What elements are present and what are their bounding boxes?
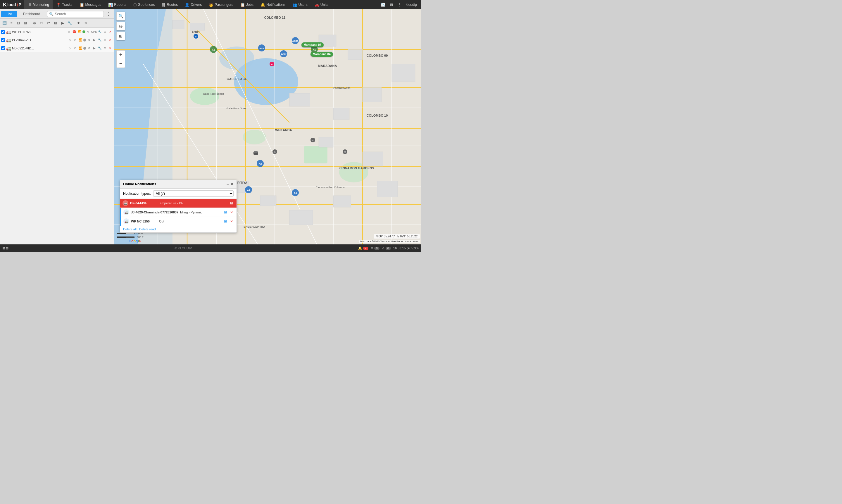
notif-expand-button[interactable]: ⊞ [223,210,228,215]
notif-truck-icon: 🚛 [123,200,128,206]
remove-icon[interactable]: ✕ [83,20,89,26]
status-notification-badge[interactable]: 🔔 7 [358,247,369,250]
unit-checkbox[interactable] [1,30,5,34]
message-icon: ✉ [371,247,373,250]
rhombus-icon[interactable]: ◇ [68,38,72,41]
more-icon[interactable]: ⊙ [103,38,107,41]
nav-item-tracks[interactable]: 📍 Tracks [53,0,76,10]
nav-more-icon[interactable]: ⋮ [396,1,403,8]
grid-view-icon[interactable]: ⊞ [52,20,59,26]
nav-chart-icon[interactable]: 📉 [379,1,387,8]
delete-icon[interactable]: ✕ [108,47,112,50]
unit-row[interactable]: 🚛 PE-9042-VID... ◇ ⊘ 📶 ↺ ▶ 🔧 ⊙ ✕ [0,36,114,44]
notif-item-normal[interactable]: 🚛 WP NC 8250 Out ⊞ ✕ [120,217,236,226]
search-input[interactable] [55,12,102,16]
delete-icon[interactable]: ✕ [108,38,112,41]
more-options-button[interactable]: ⋮ [104,11,112,17]
search-icon: 🔍 [49,12,54,16]
wrench-icon[interactable]: 🔧 [97,30,102,33]
nav-item-units[interactable]: 🚗 Units [311,0,332,10]
notif-close-item-button[interactable]: ✕ [229,210,234,215]
status-time: 16:53:15 (+05:30) [393,247,419,250]
nav-item-messages[interactable]: 📋 Messages [76,0,105,10]
nav-item-routes[interactable]: 🛤 Routes [158,0,181,10]
nav-label-monitoring: Monitoring [33,3,49,7]
marker-label-maradana04: Maradana 04 [313,53,331,56]
status-alert-badge[interactable]: ⚠ 0 [382,247,391,250]
stop-icon[interactable]: ⊘ [73,38,77,41]
nav-item-jobs[interactable]: 📋 Jobs [237,0,257,10]
unit-row[interactable]: 🚛 ND-3921-VID... ◇ ⊘ 📶 ↺ ▶ 🔧 ⊙ ✕ [0,44,114,52]
wrench-icon[interactable]: 🔧 [97,38,102,41]
status-panel-toggle[interactable]: ⊞ ⊟ [2,247,8,250]
play-icon[interactable]: ▶ [59,20,66,26]
route-icon[interactable]: ↺ [38,20,45,26]
notif-item-alert[interactable]: 🚛 BF-04-FI34 Temperature - BF ⊞ [120,199,236,208]
nav-item-drivers[interactable]: 👤 Drivers [181,0,205,10]
repeat-icon[interactable]: ↺ [86,30,91,33]
notif-close-button[interactable]: ✕ [230,182,234,186]
layers-button[interactable]: ⊞ [117,32,125,40]
notif-item-normal[interactable]: 🚛 JJ-4629-Chaminda-0772626837 Idling - P… [120,208,236,217]
filter-icon[interactable]: ⊟ [15,20,22,26]
svg-rect-44 [333,196,351,207]
nav-username[interactable]: kloudip [404,3,419,7]
nav-item-users[interactable]: 👥 Users [289,0,311,10]
arrange-icon[interactable]: ⊞ [22,20,29,26]
sort-list-icon[interactable]: ≡ [8,20,15,26]
nav-item-notifications[interactable]: 🔔 Notifications [257,0,289,10]
tab-dashboard[interactable]: Dashboard [18,11,46,17]
notif-close-item-button[interactable]: ✕ [229,219,234,224]
tab-list[interactable]: List [1,11,17,17]
nav-item-geofences[interactable]: ⬡ Geofences [130,0,158,10]
wrench-icon[interactable]: 🔧 [97,47,102,50]
svg-text:COLOMBO 11: COLOMBO 11 [264,16,286,19]
nav-item-passengers[interactable]: 🧑 Passengers [205,0,236,10]
play-icon[interactable]: ▶ [92,38,97,41]
stop-icon[interactable]: ⊘ [73,47,77,50]
signal-icon: 📶 [77,30,82,33]
delete-all-link[interactable]: Delete all [123,228,137,231]
repeat-icon[interactable]: ↺ [87,47,91,50]
unit-checkbox[interactable] [1,46,5,50]
status-message-badge[interactable]: ✉ 0 [371,247,379,250]
nav-item-monitoring[interactable]: 🖥 Monitoring [24,0,53,10]
left-panel: List Dashboard 🔍 ⋮ 🔤 ≡ ⊟ ⊞ ⊕ ↺ ⇄ ⊞ ▶ 🔧 ✚… [0,10,114,245]
zoom-in-button[interactable]: + [117,50,125,59]
notif-minimize-button[interactable]: − [227,182,229,186]
nav-label-drivers: Drivers [191,3,202,7]
delete-icon[interactable]: ✕ [108,30,112,33]
zoom-out-button[interactable]: − [117,59,125,68]
track-icon[interactable]: ⇄ [45,20,52,26]
settings-icon[interactable]: 🔧 [66,20,73,26]
more-icon[interactable]: ⊙ [103,47,107,50]
notif-type-select[interactable]: All (7) [153,190,234,197]
repeat-icon[interactable]: ↺ [87,38,91,41]
svg-rect-42 [260,196,276,206]
svg-point-2 [219,47,254,70]
add-icon[interactable]: ✚ [75,20,82,26]
search-map-button[interactable]: 🔍 [117,12,125,20]
locate-map-button[interactable]: ◎ [117,22,125,31]
unit-row[interactable]: 🚛 WP PH 5763 ◇ ⛔ 📶 ↺ GPS 🔧 ⊙ ✕ [0,28,114,36]
nav-label-routes: Routes [167,3,178,7]
map-marker-maradana03[interactable]: Maradana 03 [301,42,324,47]
rhombus-icon[interactable]: ◇ [67,30,71,33]
locate-icon[interactable]: ⊕ [31,20,38,26]
nav-grid-icon[interactable]: ⊞ [388,1,395,8]
sort-alpha-icon[interactable]: 🔤 [1,20,7,26]
more-icon[interactable]: ⊙ [103,30,107,33]
svg-text:A1: A1 [313,49,316,51]
notif-expand-button[interactable]: ⊞ [223,219,228,224]
delete-read-link[interactable]: Delete read [139,228,156,231]
notif-expand-button[interactable]: ⊞ [229,201,234,206]
unit-name: PE-9042-VID... [12,38,67,42]
stop-icon[interactable]: ⛔ [72,30,77,33]
unit-checkbox[interactable] [1,38,5,42]
play-icon[interactable]: ▶ [92,47,97,50]
map-marker-maradana04[interactable]: Maradana 04 [310,52,333,57]
rhombus-icon[interactable]: ◇ [68,47,72,50]
notification-count: 7 [363,247,369,250]
nav-item-reports[interactable]: 📊 Reports [105,0,130,10]
svg-text:BAMBALAPITIYA: BAMBALAPITIYA [244,226,265,228]
